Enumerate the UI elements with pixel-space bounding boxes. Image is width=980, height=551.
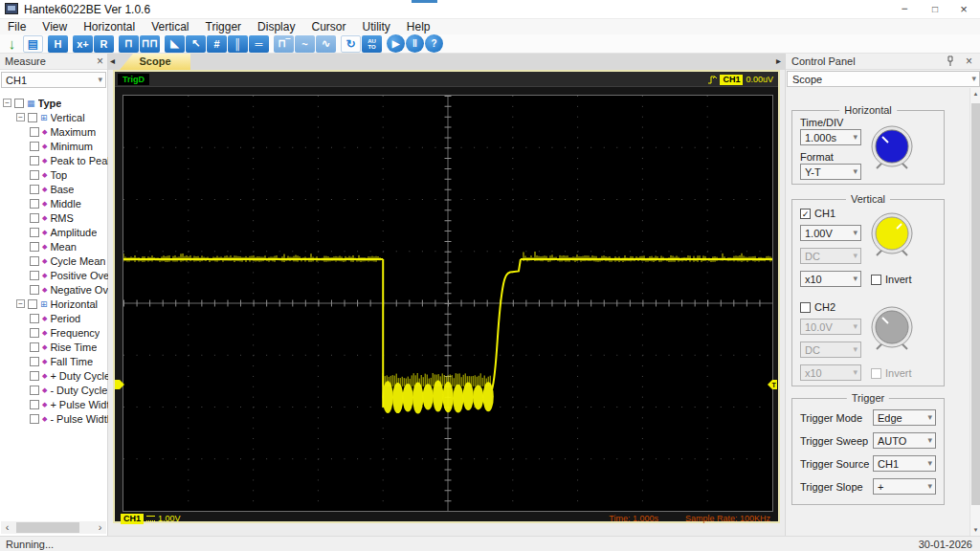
trigger-sweep-select[interactable]: AUTO▾	[873, 432, 936, 449]
trigger-level-marker[interactable]: T	[768, 380, 777, 390]
tree-checkbox[interactable]	[14, 99, 24, 108]
xy-measure-icon[interactable]: x+	[73, 35, 93, 53]
record-icon[interactable]: R	[94, 35, 114, 53]
time-div-select[interactable]: 1.000s ▾	[800, 129, 861, 145]
tree-checkbox[interactable]	[30, 127, 39, 137]
ch1-invert-checkbox[interactable]: Invert	[871, 274, 912, 285]
scroll-left-icon[interactable]: ‹	[1, 521, 13, 534]
pause-icon[interactable]: ‖	[406, 34, 424, 53]
tree-checkbox[interactable]	[30, 285, 39, 295]
tree-item--pulse-width[interactable]: ◆+ Pulse Width	[0, 397, 108, 411]
ch2-coupling-select[interactable]: DC ▾	[800, 342, 861, 358]
auto-set-icon[interactable]: AUTO	[362, 35, 382, 53]
ch2-knob[interactable]	[865, 301, 919, 355]
menu-item-vertical[interactable]: Vertical	[151, 20, 189, 33]
pointer-triangle-icon[interactable]: ◣	[165, 35, 185, 53]
tree-item-top[interactable]: ◆Top	[0, 167, 108, 182]
help-icon[interactable]: ?	[425, 34, 443, 53]
tree-checkbox[interactable]	[30, 271, 39, 280]
measure-close-icon[interactable]: ×	[97, 55, 103, 68]
ch1-probe-select[interactable]: x10 ▾	[800, 271, 861, 287]
tree-checkbox[interactable]	[30, 314, 39, 323]
tree-collapse-icon[interactable]: −	[16, 113, 25, 121]
tree-checkbox[interactable]	[30, 213, 39, 223]
refresh-icon[interactable]: ↻	[341, 35, 361, 53]
tree-item--pulse-width[interactable]: ◆- Pulse Width	[0, 411, 108, 426]
tree-checkbox[interactable]	[28, 299, 37, 309]
panel-mode-select[interactable]: Scope ▾	[787, 71, 980, 87]
tab-scroll-left-icon[interactable]: ◂	[110, 55, 115, 66]
tree-item-fall-time[interactable]: ◆Fall Time	[0, 354, 108, 368]
ch1-coupling-select[interactable]: DC ▾	[800, 248, 861, 264]
tab-scroll-right-icon[interactable]: ▸	[776, 55, 781, 66]
control-panel-scrollbar[interactable]: ▴ ▾	[969, 88, 980, 536]
close-button[interactable]: ×	[949, 0, 978, 18]
ch2-probe-select[interactable]: x10 ▾	[800, 364, 861, 381]
tree-item-positive-overs[interactable]: ◆Positive Overs	[0, 268, 108, 282]
horizontal-cursors-icon[interactable]: ═	[249, 35, 269, 53]
tree-item-negative-ove[interactable]: ◆Negative Ove	[0, 282, 108, 297]
tree-item-base[interactable]: ◆Base	[0, 182, 108, 196]
tree-item-type[interactable]: −▦Type	[0, 96, 108, 110]
menu-item-help[interactable]: Help	[407, 20, 431, 33]
play-icon[interactable]: ▶	[387, 34, 405, 53]
square-wave-icon[interactable]: ⊓	[119, 35, 139, 53]
scroll-down-icon[interactable]: ▾	[970, 524, 980, 536]
tree-checkbox[interactable]	[30, 199, 39, 209]
tree-checkbox[interactable]	[30, 170, 39, 180]
reference-wave-icon[interactable]: H	[48, 35, 68, 53]
tree-checkbox[interactable]	[30, 256, 39, 266]
tree-checkbox[interactable]	[28, 113, 37, 122]
tree-item-middle[interactable]: ◆Middle	[0, 196, 108, 210]
tree-checkbox[interactable]	[30, 142, 39, 151]
tree-checkbox[interactable]	[30, 386, 39, 395]
tree-checkbox[interactable]	[30, 156, 39, 165]
scroll-up-icon[interactable]: ▴	[970, 88, 980, 99]
minimize-button[interactable]: −	[890, 0, 919, 18]
trigger-slope-select[interactable]: +▾	[873, 478, 936, 495]
tree-item-rise-time[interactable]: ◆Rise Time	[0, 340, 108, 354]
measure-hscrollbar[interactable]: ‹ ›	[1, 521, 106, 534]
trigger-mode-select[interactable]: Edge▾	[873, 409, 936, 426]
control-panel-close-icon[interactable]: ×	[966, 55, 972, 68]
tree-collapse-icon[interactable]: −	[16, 299, 25, 308]
sine-wave-icon[interactable]: ∿	[316, 35, 336, 53]
channel-marker[interactable]	[115, 380, 124, 390]
menu-item-trigger[interactable]: Trigger	[206, 20, 242, 33]
tree-item--duty-cycle[interactable]: ◆- Duty Cycle	[0, 383, 108, 397]
tab-scope[interactable]: Scope	[120, 54, 190, 70]
tree-item-amplitude[interactable]: ◆Amplitude	[0, 225, 108, 239]
tree-checkbox[interactable]	[30, 242, 39, 252]
grid-icon[interactable]: #	[207, 35, 227, 53]
ch1-enable-checkbox[interactable]: ✓ CH1	[800, 208, 835, 219]
tree-item-mean[interactable]: ◆Mean	[0, 239, 108, 253]
scroll-thumb[interactable]	[971, 103, 980, 505]
tree-item-rms[interactable]: ◆RMS	[0, 210, 108, 225]
menu-item-display[interactable]: Display	[257, 20, 295, 33]
ch1-knob[interactable]	[865, 208, 919, 261]
tree-item-cycle-mean[interactable]: ◆Cycle Mean	[0, 253, 108, 268]
tree-checkbox[interactable]	[30, 414, 39, 424]
tree-checkbox[interactable]	[30, 371, 39, 381]
tree-item-horizontal[interactable]: −⊞Horizontal	[0, 297, 108, 311]
tree-item--duty-cycle[interactable]: ◆+ Duty Cycle	[0, 368, 108, 383]
tree-item-vertical[interactable]: −⊞Vertical	[0, 110, 108, 124]
menu-item-horizontal[interactable]: Horizontal	[83, 20, 135, 33]
tree-checkbox[interactable]	[30, 357, 39, 366]
tree-item-frequency[interactable]: ◆Frequency	[0, 325, 108, 340]
tree-checkbox[interactable]	[30, 228, 39, 237]
menu-item-utility[interactable]: Utility	[362, 20, 390, 33]
scroll-right-icon[interactable]: ›	[94, 521, 106, 534]
save-icon[interactable]: ▤	[23, 35, 43, 53]
tree-item-peak-to-peak[interactable]: ◆Peak to Peak	[0, 153, 108, 167]
ch2-volt-select[interactable]: 10.0V ▾	[800, 319, 861, 335]
ch2-invert-checkbox[interactable]: Invert	[871, 367, 912, 379]
trigger-source-select[interactable]: CH1▾	[873, 455, 936, 472]
scroll-thumb[interactable]	[16, 522, 79, 533]
open-icon[interactable]: ↓	[2, 35, 22, 53]
tree-checkbox[interactable]	[30, 328, 39, 338]
step-wave-icon[interactable]: ⊓‾	[274, 35, 294, 53]
tree-item-period[interactable]: ◆Period	[0, 311, 108, 325]
tilde-wave-icon[interactable]: ~	[295, 35, 315, 53]
horizontal-knob[interactable]	[865, 121, 919, 174]
